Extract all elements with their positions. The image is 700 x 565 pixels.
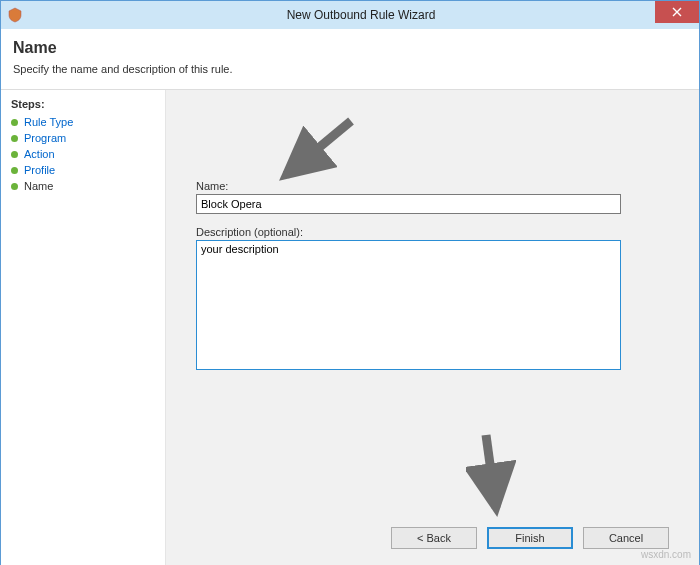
- close-icon: [672, 7, 682, 17]
- annotation-arrow-icon: [466, 430, 516, 520]
- description-input[interactable]: [196, 240, 621, 370]
- steps-header: Steps:: [1, 96, 165, 114]
- page-title: Name: [13, 39, 687, 57]
- wizard-header: Name Specify the name and description of…: [1, 29, 699, 90]
- button-row: < Back Finish Cancel: [391, 527, 669, 549]
- titlebar: New Outbound Rule Wizard: [1, 1, 699, 29]
- description-field-group: Description (optional):: [196, 226, 669, 393]
- step-action[interactable]: Action: [1, 146, 165, 162]
- bullet-icon: [11, 183, 18, 190]
- close-button[interactable]: [655, 1, 699, 23]
- back-button[interactable]: < Back: [391, 527, 477, 549]
- step-label: Action: [24, 148, 55, 160]
- step-rule-type[interactable]: Rule Type: [1, 114, 165, 130]
- svg-line-0: [286, 121, 351, 175]
- description-label: Description (optional):: [196, 226, 669, 238]
- body-area: Steps: Rule Type Program Action Profile …: [1, 90, 699, 565]
- name-label: Name:: [196, 180, 669, 192]
- bullet-icon: [11, 119, 18, 126]
- bullet-icon: [11, 167, 18, 174]
- step-label: Rule Type: [24, 116, 73, 128]
- step-label: Name: [24, 180, 53, 192]
- step-label: Program: [24, 132, 66, 144]
- step-name[interactable]: Name: [1, 178, 165, 194]
- window-title: New Outbound Rule Wizard: [23, 8, 699, 22]
- name-input[interactable]: [196, 194, 621, 214]
- wizard-window: New Outbound Rule Wizard Name Specify th…: [0, 0, 700, 565]
- bullet-icon: [11, 135, 18, 142]
- annotation-arrow-icon: [271, 115, 361, 185]
- app-icon: [7, 7, 23, 23]
- step-profile[interactable]: Profile: [1, 162, 165, 178]
- watermark: wsxdn.com: [641, 549, 691, 560]
- page-subtitle: Specify the name and description of this…: [13, 63, 687, 75]
- bullet-icon: [11, 151, 18, 158]
- svg-line-1: [486, 435, 496, 508]
- step-label: Profile: [24, 164, 55, 176]
- finish-button[interactable]: Finish: [487, 527, 573, 549]
- name-field-group: Name:: [196, 180, 669, 214]
- cancel-button[interactable]: Cancel: [583, 527, 669, 549]
- steps-panel: Steps: Rule Type Program Action Profile …: [1, 90, 166, 565]
- step-program[interactable]: Program: [1, 130, 165, 146]
- content-panel: Name: Description (optional): < Back Fin…: [166, 90, 699, 565]
